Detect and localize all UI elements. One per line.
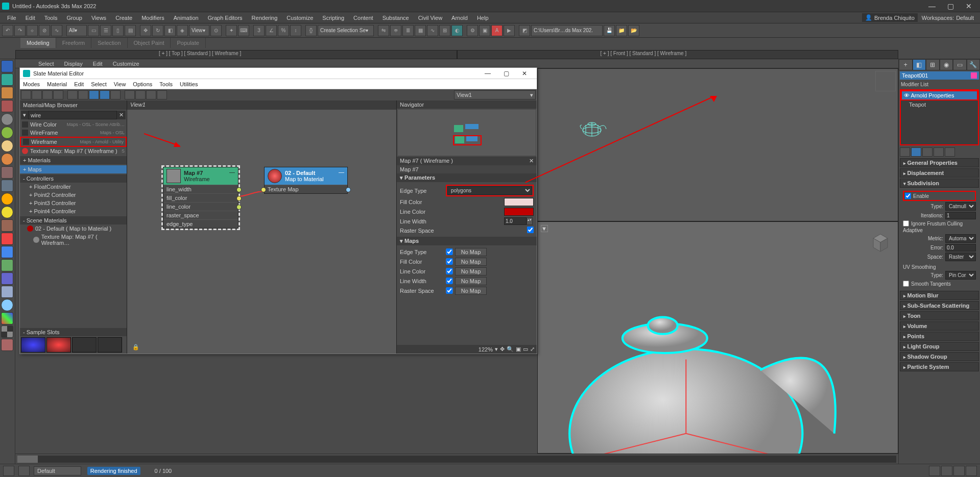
material-editor-button[interactable]: ◐ <box>451 25 463 36</box>
unlink-button[interactable]: ⊘ <box>39 25 50 36</box>
menu-graph-editors[interactable]: Graph Editors <box>204 14 247 22</box>
rollout-shadow-group[interactable]: Shadow Group <box>900 352 979 361</box>
mirror-button[interactable]: ⇋ <box>378 25 389 36</box>
slate-tool-assign[interactable] <box>42 90 53 99</box>
link-button[interactable]: ⟐ <box>27 25 38 36</box>
lt-create-icon[interactable] <box>1 60 13 72</box>
browser-cat-materials[interactable]: + Materials <box>20 156 127 164</box>
map-line-width-enable[interactable] <box>446 278 453 284</box>
smooth-tangents-checkbox[interactable] <box>903 281 909 287</box>
ribbon-tab-modeling[interactable]: Modeling <box>20 38 56 48</box>
map-raster-space-button[interactable]: No Map <box>455 287 487 295</box>
undo-button[interactable]: ↶ <box>2 25 13 36</box>
layers-button[interactable]: ≣ <box>402 25 414 36</box>
lt-util-icon[interactable] <box>1 339 13 351</box>
placement-button[interactable]: ◈ <box>177 25 188 36</box>
viewport-front-label[interactable]: [ + ] [ Front ] [ Standard ] [ Wireframe… <box>457 50 899 59</box>
rendered-frame-button[interactable]: ▣ <box>479 25 490 36</box>
sample-slot-4[interactable] <box>98 337 122 353</box>
map-fill-color-enable[interactable] <box>446 258 453 265</box>
slate-close-button[interactable]: ✕ <box>515 68 534 79</box>
slate-menu-material[interactable]: Material <box>47 81 67 87</box>
browser-row-wire-color[interactable]: Wire ColorMaps - OSL - Scene Attrib… <box>20 120 127 129</box>
subdiv-type-select[interactable]: Catmull-Clark <box>945 202 976 211</box>
make-unique-button[interactable] <box>922 147 933 157</box>
browser-sub-point3[interactable]: + Point3 Controller <box>20 199 127 207</box>
lt-glass-icon[interactable] <box>1 299 13 311</box>
lt-light-icon[interactable] <box>1 233 13 245</box>
cmd-tab-modify[interactable]: ◧ <box>913 59 926 70</box>
named-sel-dropdown[interactable]: Create Selection Se ▾ <box>318 25 374 36</box>
viewport-bg-button[interactable]: ◩ <box>519 25 530 36</box>
render-prod-button[interactable]: ▶ <box>504 25 515 36</box>
edge-type-select[interactable]: polygons <box>447 186 532 195</box>
line-width-spinner[interactable]: ▴▾ <box>527 217 533 225</box>
menu-views[interactable]: Views <box>87 14 110 22</box>
modifier-teapot[interactable]: Teapot <box>901 101 978 109</box>
ribbon-tab-object-paint[interactable]: Object Paint <box>128 38 171 48</box>
window-crossing-button[interactable]: ▤ <box>125 25 136 36</box>
maximize-button[interactable]: ▢ <box>941 0 960 12</box>
node-slot-line-color[interactable]: line_color <box>163 202 238 211</box>
rollout-toon[interactable]: Toon <box>900 311 979 320</box>
rollout-general[interactable]: General Properties <box>900 158 979 167</box>
search-clear-button[interactable]: ✕ <box>117 111 126 119</box>
slate-tool-preview[interactable] <box>110 90 121 99</box>
browser-cat-maps[interactable]: + Maps <box>20 165 127 173</box>
param-name-field[interactable]: Map #7 <box>397 165 537 173</box>
fill-color-swatch[interactable] <box>504 198 534 206</box>
slate-tool-bg[interactable] <box>135 90 146 99</box>
menu-edit[interactable]: Edit <box>21 14 39 22</box>
workspace-selector[interactable]: Workspaces: Default <box>919 14 977 22</box>
lt-torus-icon[interactable] <box>1 100 13 112</box>
menu-customize[interactable]: Customize <box>282 14 317 22</box>
iterations-input[interactable] <box>945 212 976 219</box>
lt-sphere1-icon[interactable] <box>1 113 13 125</box>
edit-named-sel-button[interactable]: {} <box>305 25 317 36</box>
nav-orbit-button[interactable] <box>953 466 965 476</box>
nav-max-button[interactable] <box>966 466 977 476</box>
metric-select[interactable]: Automatic <box>945 234 976 243</box>
maxscript-button[interactable] <box>3 466 14 476</box>
uv-type-select[interactable]: Pin Corners <box>945 271 976 280</box>
lt-spot-icon[interactable] <box>1 219 13 232</box>
ribbon-tab-selection[interactable]: Selection <box>91 38 127 48</box>
browser-cat-scene-materials[interactable]: - Scene Materials <box>20 216 127 224</box>
cmd-tab-utilities[interactable]: 🔧 <box>967 59 981 70</box>
node-slot-fill-color[interactable]: fill_color <box>163 193 238 202</box>
lt-multi-icon[interactable] <box>1 312 13 324</box>
viewcube-front[interactable] <box>875 71 896 91</box>
slate-tool-move[interactable] <box>67 90 78 99</box>
slate-tool-show2[interactable] <box>100 90 110 99</box>
manip-button[interactable]: ✦ <box>226 25 237 36</box>
modifier-arnold-properties[interactable]: 👁 Arnold Properties <box>901 90 978 101</box>
angle-snap-button[interactable]: ∠ <box>266 25 277 36</box>
subbar-select[interactable]: Select <box>38 61 54 67</box>
project-path-dropdown[interactable]: C:\Users\Br…ds Max 202. <box>531 25 603 36</box>
lt-sphere3-icon[interactable] <box>1 140 13 152</box>
keymode-button[interactable]: ⌨ <box>238 25 249 36</box>
sample-slot-1[interactable] <box>21 337 45 353</box>
cmd-tab-motion[interactable]: ◉ <box>940 59 953 70</box>
menu-arnold[interactable]: Arnold <box>447 14 472 22</box>
rotate-button[interactable]: ↻ <box>152 25 163 36</box>
timeline[interactable] <box>15 454 898 464</box>
browser-sub-float[interactable]: + FloatController <box>20 183 127 191</box>
map-edge-type-enable[interactable] <box>446 248 453 255</box>
curve-editor-button[interactable]: ∿ <box>427 25 438 36</box>
map-line-color-button[interactable]: No Map <box>455 267 487 275</box>
menu-rendering[interactable]: Rendering <box>248 14 282 22</box>
browser-sub-point2[interactable]: + Point2 Controller <box>20 191 127 199</box>
node-slot-texture-map[interactable]: Texture Map <box>265 185 347 193</box>
node-slot-line-width[interactable]: line_width <box>163 185 238 193</box>
lt-cam-icon[interactable] <box>1 246 13 258</box>
menu-create[interactable]: Create <box>111 14 136 22</box>
nav-zoom-button[interactable] <box>941 466 952 476</box>
remove-mod-button[interactable] <box>934 147 944 157</box>
param-rollout-parameters[interactable]: ▾ Parameters <box>397 173 537 182</box>
slate-minimize-button[interactable]: — <box>479 68 497 79</box>
menu-substance[interactable]: Substance <box>378 14 413 22</box>
slate-menu-utilities[interactable]: Utilities <box>180 81 198 87</box>
browser-row-texturemap[interactable]: Texture Map: Map #7 ( Wireframe )S <box>20 147 127 155</box>
ribbon-tab-freeform[interactable]: Freeform <box>56 38 92 48</box>
